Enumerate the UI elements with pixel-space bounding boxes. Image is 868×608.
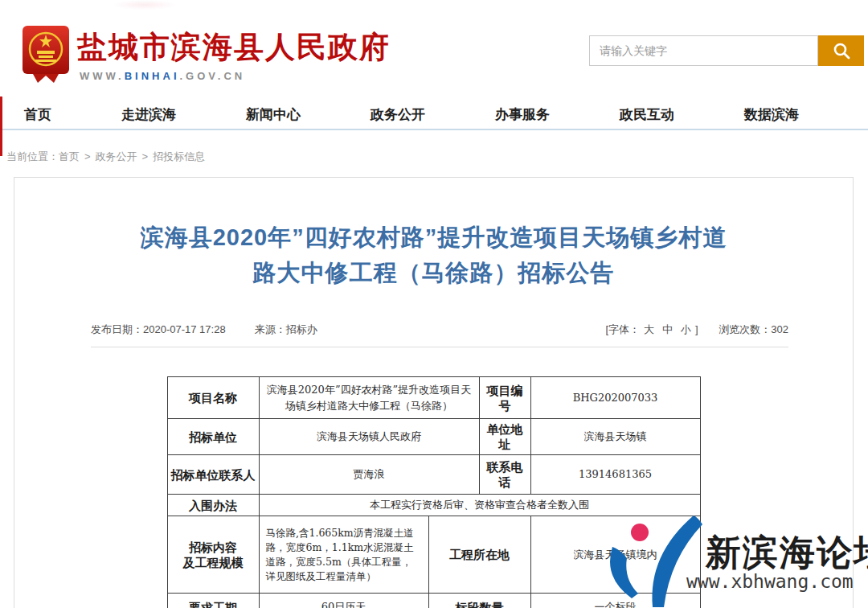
site-header: 盐城市滨海县人民政府 WWW.BINHAI.GOV.CN: [0, 0, 868, 101]
meta-divider: [91, 347, 788, 347]
font-size-suffix: ]: [695, 323, 698, 335]
table-row: 招标单位滨海县天场镇人民政府单位地址滨海县天场镇: [168, 419, 700, 455]
font-size-option-1[interactable]: 中: [662, 323, 673, 335]
publish-date: 发布日期：2020-07-17 17:28: [91, 323, 226, 335]
table-cell-label: 项目名称: [168, 377, 260, 418]
nav-item-news-center[interactable]: 新闻中心: [246, 105, 301, 124]
breadcrumb-item-home[interactable]: 首页: [59, 150, 80, 162]
table-cell-value: 滨海县天场镇人民政府: [260, 419, 480, 454]
bid-info-table: 项目名称滨海县2020年”四好农村路”提升改造项目天场镇乡村道路大中修工程（马徐…: [167, 376, 701, 608]
font-size-option-2[interactable]: 小: [681, 323, 691, 335]
table-row: 招标内容 及工程规模马徐路,含1.665km沥青混凝土道路，宽度6m，1.1km…: [168, 516, 700, 594]
left-edge-red-strip: [0, 97, 2, 156]
search-button[interactable]: [818, 35, 864, 66]
view-count: 浏览次数：302: [719, 323, 788, 335]
table-row: 入围办法本工程实行资格后审、资格审查合格者全数入围: [168, 495, 700, 516]
site-url-suffix: .GOV.CN: [180, 70, 246, 82]
table-cell-value: BHG202007033: [531, 377, 700, 418]
article-meta-right: [字体：大中小] 浏览次数：302: [605, 322, 788, 337]
article-meta-left: 发布日期：2020-07-17 17:28来源：招标办: [91, 322, 346, 337]
breadcrumb-item-gov-affairs[interactable]: 政务公开: [96, 150, 137, 162]
site-url-domain: BINHAI: [125, 70, 180, 82]
table-row: 要求工期60日历天标段数量一个标段: [168, 594, 700, 608]
table-cell-value: 滨海县天场镇: [531, 419, 700, 454]
breadcrumb-separator: >: [142, 150, 149, 162]
search-bar: [589, 35, 864, 66]
article-panel: 滨海县2020年”四好农村路”提升改造项目天场镇乡村道 路大中修工程（马徐路）招…: [14, 177, 854, 608]
nav-item-about-binhai[interactable]: 走进滨海: [121, 105, 176, 124]
article-title: 滨海县2020年”四好农村路”提升改造项目天场镇乡村道 路大中修工程（马徐路）招…: [63, 220, 805, 290]
breadcrumb: 当前位置：首页>政务公开>招投标信息: [6, 150, 205, 164]
nav-item-gov-affairs[interactable]: 政务公开: [371, 105, 425, 124]
table-cell-value: 一个标段: [531, 594, 700, 608]
table-cell-value: 马徐路,含1.665km沥青混凝土道路，宽度6m，1.1km水泥混凝土道路，宽度…: [260, 516, 429, 593]
table-cell-label: 项目编号: [480, 377, 531, 418]
table-cell-value: 60日历天: [260, 594, 429, 608]
breadcrumb-prefix: 当前位置：: [6, 150, 59, 162]
source: 来源：招标办: [255, 323, 317, 335]
table-cell-label: 入围办法: [168, 495, 260, 516]
nav-item-home[interactable]: 首页: [24, 105, 51, 124]
table-cell-value: 贾海浪: [260, 455, 480, 494]
font-size-prefix: [字体：: [605, 323, 640, 335]
table-cell-label: 招标单位: [168, 419, 260, 454]
search-icon: [833, 42, 850, 60]
site-url: WWW.BINHAI.GOV.CN: [80, 70, 245, 82]
national-emblem-icon: [22, 25, 70, 84]
breadcrumb-items: 首页>政务公开>招投标信息: [59, 150, 205, 162]
font-size-control: [字体：大中小]: [605, 323, 698, 335]
nav-item-services[interactable]: 办事服务: [495, 105, 550, 124]
table-cell-value: 13914681365: [531, 455, 700, 494]
font-size-options: 大中小: [640, 323, 695, 335]
table-cell-label: 标段数量: [429, 594, 531, 608]
table-cell-value: 滨海县2020年”四好农村路”提升改造项目天场镇乡村道路大中修工程（马徐路）: [260, 377, 480, 418]
article-title-line2: 路大中修工程（马徐路）招标公告: [63, 255, 805, 290]
nav-item-data-binhai[interactable]: 数据滨海: [744, 105, 799, 124]
table-cell-value: 本工程实行资格后审、资格审查合格者全数入围: [260, 495, 700, 516]
table-cell-label: 招标单位联系人: [168, 455, 260, 494]
breadcrumb-item-bidding-info[interactable]: 招投标信息: [153, 150, 205, 162]
table-row: 招标单位联系人贾海浪联系电话13914681365: [168, 455, 700, 495]
font-size-option-0[interactable]: 大: [644, 323, 654, 335]
table-cell-label: 招标内容 及工程规模: [168, 516, 260, 593]
breadcrumb-separator: >: [84, 150, 91, 162]
main-nav: 首页走进滨海新闻中心政务公开办事服务政民互动数据滨海: [0, 101, 868, 130]
search-input[interactable]: [589, 35, 818, 66]
nav-item-interaction[interactable]: 政民互动: [620, 105, 674, 124]
article-title-line1: 滨海县2020年”四好农村路”提升改造项目天场镇乡村道: [63, 220, 805, 255]
table-cell-label: 联系电话: [480, 455, 531, 494]
table-cell-value: 滨海县天场镇境内: [531, 516, 700, 593]
table-cell-label: 工程所在地: [429, 516, 531, 593]
table-cell-label: 要求工期: [168, 594, 260, 608]
table-row: 项目名称滨海县2020年”四好农村路”提升改造项目天场镇乡村道路大中修工程（马徐…: [168, 377, 700, 419]
article-meta: 发布日期：2020-07-17 17:28来源：招标办 [字体：大中小] 浏览次…: [91, 322, 788, 337]
table-cell-label: 单位地址: [480, 419, 531, 454]
site-title: 盐城市滨海县人民政府: [77, 27, 391, 68]
site-url-www: WWW.: [80, 70, 125, 82]
